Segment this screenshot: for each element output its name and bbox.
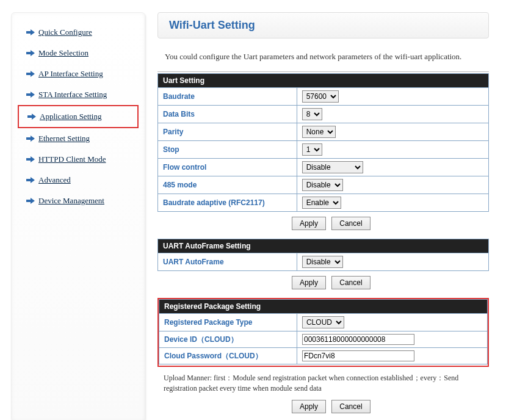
main-content: Wifi-Uart Setting You could configure th… — [157, 6, 500, 420]
nav-label: Application Setting — [40, 112, 101, 121]
sidebar: Quick Configure Mode Selection AP Interf… — [11, 12, 145, 420]
baudrate-label: Baudrate — [158, 88, 297, 106]
databits-label: Data Bits — [158, 106, 297, 123]
autoframe-label: UART AutoFrame — [158, 253, 297, 271]
registered-package-highlight: Registered Package Setting Registered Pa… — [157, 298, 489, 367]
databits-select[interactable]: 8 — [302, 108, 322, 120]
reg-type-label: Registered Package Type — [159, 314, 297, 331]
r485-select[interactable]: Disable — [302, 179, 343, 191]
arrow-right-icon — [27, 113, 36, 120]
arrow-right-icon — [26, 91, 35, 98]
arrow-right-icon — [26, 70, 35, 78]
cancel-button[interactable]: Cancel — [331, 217, 370, 230]
registered-table: Registered Package Type CLOUD Device ID（… — [159, 313, 488, 364]
apply-button[interactable]: Apply — [292, 400, 326, 413]
autoframe-section-header: UART AutoFrame Setting — [157, 239, 489, 253]
nav-httpd-client[interactable]: HTTPD Client Mode — [24, 149, 139, 170]
flow-label: Flow control — [158, 159, 297, 176]
adaptive-select[interactable]: Enable — [302, 197, 341, 209]
apply-button[interactable]: Apply — [292, 276, 326, 289]
arrow-right-icon — [26, 156, 35, 163]
nav-application-setting[interactable]: Application Setting — [18, 105, 139, 128]
arrow-right-icon — [26, 29, 35, 36]
nav-label: STA Interface Setting — [38, 90, 107, 100]
nav-advanced[interactable]: Advanced — [24, 170, 139, 190]
reg-type-select[interactable]: CLOUD — [302, 316, 344, 328]
upload-note: Upload Manner: first：Module send registr… — [157, 369, 489, 400]
parity-select[interactable]: None — [302, 126, 336, 138]
nav-device-management[interactable]: Device Management — [24, 190, 139, 211]
arrow-right-icon — [26, 197, 35, 205]
nav-label: AP Interface Setting — [38, 69, 103, 79]
cloud-pwd-label: Cloud Password（CLOUD） — [159, 348, 297, 364]
page-title-box: Wifi-Uart Setting — [157, 12, 489, 38]
r485-label: 485 mode — [158, 176, 297, 194]
adaptive-label: Baudrate adaptive (RFC2117) — [158, 194, 297, 212]
nav-quick-configure[interactable]: Quick Configure — [24, 22, 139, 43]
autoframe-table: UART AutoFrame Disable — [157, 253, 489, 271]
cloud-pwd-input[interactable] — [302, 350, 414, 361]
baudrate-select[interactable]: 57600 — [302, 90, 339, 103]
nav-label: Mode Selection — [38, 48, 89, 58]
autoframe-select[interactable]: Disable — [302, 256, 343, 268]
registered-section-header: Registered Package Setting — [159, 299, 488, 313]
nav-label: Advanced — [38, 175, 71, 185]
device-id-label: Device ID（CLOUD） — [159, 331, 297, 348]
cancel-button[interactable]: Cancel — [331, 276, 370, 289]
uart-table: Baudrate 57600 Data Bits 8 Parity None S… — [157, 87, 489, 212]
arrow-right-icon — [26, 135, 35, 142]
apply-button[interactable]: Apply — [292, 217, 326, 230]
cancel-button[interactable]: Cancel — [331, 400, 370, 413]
nav-label: Quick Configure — [38, 27, 92, 37]
arrow-right-icon — [26, 176, 35, 184]
stop-label: Stop — [158, 141, 297, 159]
nav-sta-interface[interactable]: STA Interface Setting — [24, 84, 139, 105]
stop-select[interactable]: 1 — [302, 143, 322, 156]
arrow-right-icon — [26, 49, 35, 57]
nav-label: HTTPD Client Mode — [38, 154, 106, 164]
page-title: Wifi-Uart Setting — [169, 19, 477, 32]
flow-select[interactable]: Disable — [302, 161, 363, 173]
nav-ethernet-setting[interactable]: Ethernet Setting — [24, 128, 139, 149]
parity-label: Parity — [158, 123, 297, 141]
divider — [157, 71, 489, 72]
page-description: You could configure the Uart parameters … — [165, 52, 489, 62]
nav-label: Device Management — [38, 196, 104, 206]
nav-label: Ethernet Setting — [38, 134, 90, 143]
nav-ap-interface[interactable]: AP Interface Setting — [24, 63, 139, 84]
device-id-input[interactable] — [302, 334, 414, 345]
uart-section-header: Uart Setting — [157, 73, 489, 87]
nav-mode-selection[interactable]: Mode Selection — [24, 43, 139, 63]
